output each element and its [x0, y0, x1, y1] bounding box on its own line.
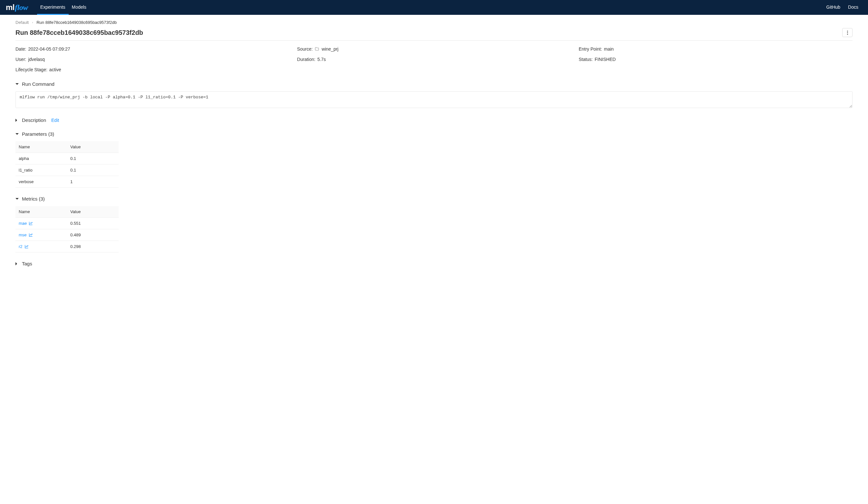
nav-models-label: Models — [72, 4, 86, 10]
folder-icon — [315, 47, 319, 51]
table-row: mse0.489 — [16, 229, 118, 241]
section-description-title: Description — [22, 117, 46, 123]
col-value: Value — [67, 141, 118, 153]
logo[interactable]: ml flow — [6, 3, 28, 12]
metric-value: 0.489 — [67, 229, 118, 241]
section-tags: Tags — [16, 261, 852, 266]
chevron-right-icon — [31, 20, 34, 25]
metric-link[interactable]: r2 — [19, 244, 29, 249]
table-row: mae0.551 — [16, 218, 118, 229]
nav-experiments-label: Experiments — [40, 4, 65, 10]
caret-down-icon — [16, 198, 19, 199]
more-actions-button[interactable] — [842, 28, 852, 37]
metric-name-cell: r2 — [16, 241, 67, 253]
metric-value: 0.298 — [67, 241, 118, 253]
col-name: Name — [16, 206, 67, 218]
meta-date: Date 2022-04-05 07:09:27 — [16, 47, 289, 52]
section-tags-title: Tags — [22, 261, 32, 266]
meta-source: Source wine_prj — [297, 47, 571, 52]
nav-docs-label: Docs — [848, 4, 858, 10]
section-parameters-header[interactable]: Parameters (3) — [16, 131, 852, 137]
section-description: Description Edit — [16, 117, 852, 123]
page-title: Run 88fe78cceb1649038c695bac9573f2db — [16, 29, 143, 37]
page-body: Default Run 88fe78cceb1649038c695bac9573… — [0, 15, 868, 288]
col-value: Value — [67, 206, 118, 218]
section-tags-header[interactable]: Tags — [16, 261, 852, 266]
nav-models[interactable]: Models — [69, 0, 90, 15]
nav-experiments[interactable]: Experiments — [37, 0, 69, 15]
metric-name: r2 — [19, 244, 23, 249]
meta-source-label: Source — [297, 47, 312, 52]
meta-grid: Date 2022-04-05 07:09:27 Source wine_prj… — [16, 47, 852, 72]
logo-text-ml: ml — [6, 3, 14, 12]
caret-down-icon — [16, 83, 19, 85]
metric-link[interactable]: mse — [19, 233, 33, 237]
caret-right-icon — [16, 262, 19, 265]
meta-duration-value: 5.7s — [317, 57, 326, 62]
meta-date-value: 2022-04-05 07:09:27 — [28, 47, 70, 52]
meta-lifecycle-value: active — [49, 67, 61, 72]
metric-value: 0.551 — [67, 218, 118, 229]
section-metrics-header[interactable]: Metrics (3) — [16, 196, 852, 202]
section-parameters-title: Parameters (3) — [22, 131, 54, 137]
description-edit-link[interactable]: Edit — [51, 118, 59, 123]
caret-down-icon — [16, 133, 19, 135]
meta-status-value: FINISHED — [595, 57, 616, 62]
nav-github[interactable]: GitHub — [823, 0, 845, 15]
run-command-box[interactable] — [16, 91, 852, 108]
table-row: alpha0.1 — [16, 153, 118, 164]
table-row: verbose1 — [16, 176, 118, 188]
table-row: l1_ratio0.1 — [16, 164, 118, 176]
metric-name-cell: mse — [16, 229, 67, 241]
param-name: verbose — [16, 176, 67, 188]
param-value: 1 — [67, 176, 118, 188]
meta-status: Status FINISHED — [579, 57, 852, 62]
caret-right-icon — [16, 119, 19, 122]
param-value: 0.1 — [67, 164, 118, 176]
breadcrumb-current: Run 88fe78cceb1649038c695bac9573f2db — [37, 20, 117, 25]
breadcrumb: Default Run 88fe78cceb1649038c695bac9573… — [16, 20, 852, 25]
metric-name: mae — [19, 221, 27, 226]
meta-lifecycle: Lifecycle Stage active — [16, 67, 289, 72]
title-bar: Run 88fe78cceb1649038c695bac9573f2db — [16, 28, 852, 41]
nav-github-label: GitHub — [826, 4, 840, 10]
meta-entry: Entry Point main — [579, 47, 852, 52]
col-name: Name — [16, 141, 67, 153]
meta-user-value: jdvelasq — [28, 57, 44, 62]
title-actions — [842, 28, 852, 37]
chart-icon — [29, 221, 33, 225]
meta-duration-label: Duration — [297, 57, 316, 62]
section-metrics: Metrics (3) Name Value mae0.551mse0.489r… — [16, 196, 852, 253]
logo-text-flow: flow — [15, 3, 28, 12]
metric-name-cell: mae — [16, 218, 67, 229]
metric-name: mse — [19, 233, 27, 237]
section-metrics-title: Metrics (3) — [22, 196, 45, 202]
meta-duration: Duration 5.7s — [297, 57, 571, 62]
param-name: l1_ratio — [16, 164, 67, 176]
meta-source-value: wine_prj — [322, 47, 339, 52]
section-description-header[interactable]: Description Edit — [16, 117, 852, 123]
metrics-table: Name Value mae0.551mse0.489r20.298 — [16, 206, 118, 253]
metric-link[interactable]: mae — [19, 221, 33, 226]
section-run-command: Run Command — [16, 81, 852, 109]
section-run-command-header[interactable]: Run Command — [16, 81, 852, 87]
meta-entry-value: main — [604, 47, 613, 52]
parameters-table: Name Value alpha0.1l1_ratio0.1verbose1 — [16, 141, 118, 188]
nav-right: GitHub Docs — [823, 0, 862, 15]
meta-user-label: User — [16, 57, 26, 62]
nav-left: Experiments Models — [37, 0, 90, 15]
chart-icon — [24, 245, 29, 249]
section-run-command-title: Run Command — [22, 81, 54, 87]
topbar: ml flow Experiments Models GitHub Docs — [0, 0, 868, 15]
meta-status-label: Status — [579, 57, 593, 62]
param-value: 0.1 — [67, 153, 118, 164]
meta-entry-label: Entry Point — [579, 47, 602, 52]
table-row: r20.298 — [16, 241, 118, 253]
chart-icon — [29, 233, 33, 237]
nav-docs[interactable]: Docs — [844, 0, 862, 15]
meta-lifecycle-label: Lifecycle Stage — [16, 67, 48, 72]
meta-user: User jdvelasq — [16, 57, 289, 62]
meta-date-label: Date — [16, 47, 26, 52]
kebab-icon — [847, 31, 848, 35]
breadcrumb-root[interactable]: Default — [16, 20, 29, 25]
